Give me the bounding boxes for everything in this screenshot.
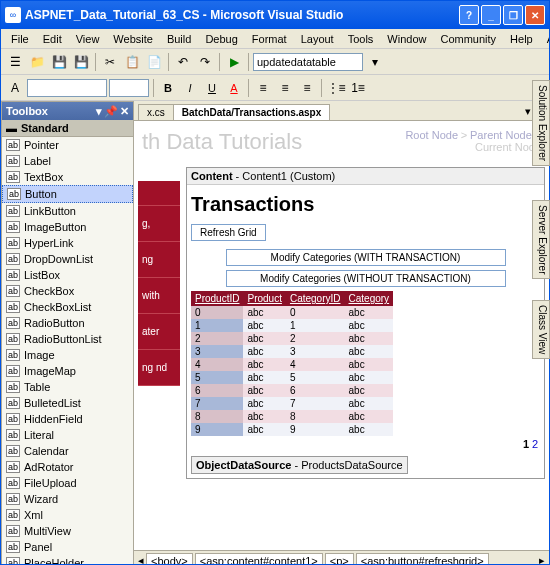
toolbox-item-hyperlink[interactable]: abHyperLink <box>2 235 133 251</box>
menu-addins[interactable]: Addins <box>541 31 550 47</box>
menu-build[interactable]: Build <box>161 31 197 47</box>
grid-header[interactable]: Category <box>345 291 394 306</box>
toolbox-item-hiddenfield[interactable]: abHiddenField <box>2 411 133 427</box>
menu-edit[interactable]: Edit <box>37 31 68 47</box>
save-button[interactable]: 💾 <box>49 52 69 72</box>
menu-layout[interactable]: Layout <box>295 31 340 47</box>
menu-website[interactable]: Website <box>107 31 159 47</box>
copy-button[interactable]: 📋 <box>122 52 142 72</box>
menu-format[interactable]: Format <box>246 31 293 47</box>
menu-community[interactable]: Community <box>434 31 502 47</box>
sidetab-solution-explorer[interactable]: Solution Explorer <box>532 80 550 166</box>
new-button[interactable]: ☰ <box>5 52 25 72</box>
saveall-button[interactable]: 💾 <box>71 52 91 72</box>
list-button[interactable]: ⋮≡ <box>326 78 346 98</box>
toolbox-item-imagebutton[interactable]: abImageButton <box>2 219 133 235</box>
find-dropdown-icon[interactable]: ▾ <box>365 52 385 72</box>
panel-close-icon[interactable]: ✕ <box>120 105 129 118</box>
toolbox-item-xml[interactable]: abXml <box>2 507 133 523</box>
tag-path-item[interactable]: <asp:content#content1> <box>195 553 323 566</box>
grid-header[interactable]: ProductID <box>191 291 243 306</box>
menu-file[interactable]: File <box>5 31 35 47</box>
toolbox-item-listbox[interactable]: abListBox <box>2 267 133 283</box>
menu-help[interactable]: Help <box>504 31 539 47</box>
toolbox-item-image[interactable]: abImage <box>2 347 133 363</box>
toolbox-category[interactable]: ▬ Standard <box>2 120 133 137</box>
cut-button[interactable]: ✂ <box>100 52 120 72</box>
toolbox-item-table[interactable]: abTable <box>2 379 133 395</box>
pin-icon[interactable]: ▾ <box>96 105 102 118</box>
align-left-button[interactable]: ≡ <box>253 78 273 98</box>
breadcrumb-root[interactable]: Root Node <box>405 129 458 141</box>
modify-without-transaction-button[interactable]: Modify Categories (WITHOUT TRANSACTION) <box>226 270 506 287</box>
help-button[interactable]: ? <box>459 5 479 25</box>
tab-transactions[interactable]: BatchData/Transactions.aspx <box>173 104 331 120</box>
modify-with-transaction-button[interactable]: Modify Categories (WITH TRANSACTION) <box>226 249 506 266</box>
toolbox-item-checkboxlist[interactable]: abCheckBoxList <box>2 299 133 315</box>
toolbox-item-multiview[interactable]: abMultiView <box>2 523 133 539</box>
menu-view[interactable]: View <box>70 31 106 47</box>
grid-header[interactable]: Product <box>243 291 285 306</box>
paste-button[interactable]: 📄 <box>144 52 164 72</box>
tag-path-item[interactable]: <asp:button#refreshgrid> <box>356 553 489 566</box>
toolbox-item-fileupload[interactable]: abFileUpload <box>2 475 133 491</box>
fontsize-input[interactable] <box>109 79 149 97</box>
numlist-button[interactable]: 1≡ <box>348 78 368 98</box>
find-input[interactable] <box>253 53 363 71</box>
pager-link[interactable]: 2 <box>532 438 538 450</box>
toolbox-item-literal[interactable]: abLiteral <box>2 427 133 443</box>
open-button[interactable]: 📁 <box>27 52 47 72</box>
toolbox-item-calendar[interactable]: abCalendar <box>2 443 133 459</box>
undo-button[interactable]: ↶ <box>173 52 193 72</box>
toolbox-item-dropdownlist[interactable]: abDropDownList <box>2 251 133 267</box>
nav-right-icon[interactable]: ▸ <box>539 554 545 565</box>
toolbox-item-panel[interactable]: abPanel <box>2 539 133 555</box>
content-placeholder[interactable]: Content - Content1 (Custom) Transactions… <box>186 167 545 479</box>
breadcrumb-parent[interactable]: Parent Node <box>470 129 532 141</box>
font-input[interactable] <box>27 79 107 97</box>
maximize-button[interactable]: ❐ <box>503 5 523 25</box>
close-button[interactable]: ✕ <box>525 5 545 25</box>
tag-path-item[interactable]: <p> <box>325 553 354 566</box>
toolbox-item-label[interactable]: abLabel <box>2 153 133 169</box>
autohide-icon[interactable]: 📌 <box>104 105 118 118</box>
run-button[interactable]: ▶ <box>224 52 244 72</box>
toolbar-format: A B I U A ≡ ≡ ≡ ⋮≡ 1≡ <box>1 75 549 101</box>
italic-button[interactable]: I <box>180 78 200 98</box>
toolbox-item-pointer[interactable]: abPointer <box>2 137 133 153</box>
style-button[interactable]: A <box>5 78 25 98</box>
tab-nav-icon[interactable]: ▾ <box>525 105 531 117</box>
toolbox-item-adrotator[interactable]: abAdRotator <box>2 459 133 475</box>
menu-tools[interactable]: Tools <box>342 31 380 47</box>
tab-inactive[interactable]: x.cs <box>138 104 174 120</box>
toolbox-item-wizard[interactable]: abWizard <box>2 491 133 507</box>
products-gridview[interactable]: ProductIDProductCategoryIDCategory0abc0a… <box>191 291 393 436</box>
nav-left-icon[interactable]: ◂ <box>138 554 144 565</box>
sidetab-class-view[interactable]: Class View <box>532 300 550 359</box>
adrotator-icon: ab <box>6 461 20 473</box>
toolbox-item-placeholder[interactable]: abPlaceHolder <box>2 555 133 565</box>
refresh-grid-button[interactable]: Refresh Grid <box>191 224 266 241</box>
toolbox-item-checkbox[interactable]: abCheckBox <box>2 283 133 299</box>
toolbox-item-radiobuttonlist[interactable]: abRadioButtonList <box>2 331 133 347</box>
align-center-button[interactable]: ≡ <box>275 78 295 98</box>
objectdatasource-label[interactable]: ObjectDataSource - ProductsDataSource <box>191 456 408 474</box>
minimize-button[interactable]: _ <box>481 5 501 25</box>
toolbox-item-radiobutton[interactable]: abRadioButton <box>2 315 133 331</box>
menu-debug[interactable]: Debug <box>199 31 243 47</box>
toolbox-item-button[interactable]: abButton <box>2 185 133 203</box>
underline-button[interactable]: U <box>202 78 222 98</box>
grid-header[interactable]: CategoryID <box>286 291 345 306</box>
forecolor-button[interactable]: A <box>224 78 244 98</box>
toolbox-item-bulletedlist[interactable]: abBulletedList <box>2 395 133 411</box>
redo-button[interactable]: ↷ <box>195 52 215 72</box>
bold-button[interactable]: B <box>158 78 178 98</box>
menu-window[interactable]: Window <box>381 31 432 47</box>
toolbox-item-textbox[interactable]: abTextBox <box>2 169 133 185</box>
sidetab-server-explorer[interactable]: Server Explorer <box>532 200 550 279</box>
toolbox-item-imagemap[interactable]: abImageMap <box>2 363 133 379</box>
align-right-button[interactable]: ≡ <box>297 78 317 98</box>
tag-path-item[interactable]: <body> <box>146 553 193 566</box>
design-surface[interactable]: th Data Tutorials Root Node > Parent Nod… <box>134 121 549 550</box>
toolbox-item-linkbutton[interactable]: abLinkButton <box>2 203 133 219</box>
